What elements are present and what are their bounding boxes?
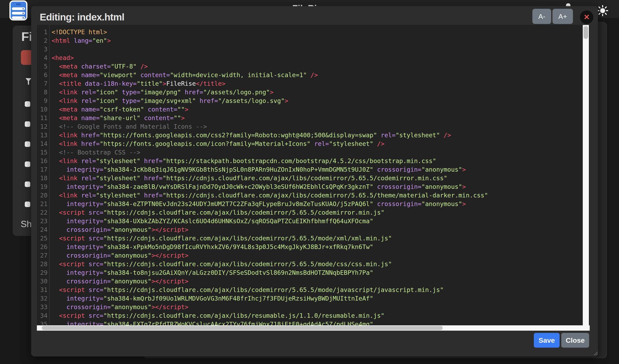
code-line: 4<head> [37, 54, 590, 62]
code-line: 34 <script src="https://cdnjs.cloudflare… [37, 311, 590, 320]
file-list-checkbox[interactable] [25, 202, 30, 207]
code-line: 21 integrity="sha384-eZTPTN0EvJdn23s24UD… [37, 200, 590, 208]
code-line: 30 crossorigin="anonymous"></script> [37, 277, 590, 286]
line-number: 20 [37, 191, 47, 200]
code-editor[interactable]: 1<!DOCTYPE html>2<html lang="en">34<head… [37, 25, 590, 331]
code-line: 25 <script src="https://cdnjs.cloudflare… [37, 234, 590, 243]
line-number: 18 [37, 174, 47, 183]
file-list-checkbox[interactable] [25, 162, 30, 167]
line-number: 21 [37, 200, 47, 208]
line-number: 31 [37, 286, 47, 294]
code-line: 23 integrity="sha384-UXbkZAbZYZ/KCAslc6U… [37, 217, 590, 226]
line-number: 4 [37, 54, 47, 62]
line-number: 9 [37, 96, 47, 105]
file-list-checkbox[interactable] [25, 121, 30, 127]
line-number: 15 [37, 148, 47, 157]
code-line: 3 [37, 45, 590, 54]
logo-bar [12, 12, 25, 14]
code-line: 15 <!-- Bootstrap CSS --> [37, 148, 590, 157]
line-number: 3 [37, 45, 47, 54]
horizontal-scrollbar[interactable] [37, 325, 590, 331]
code-line: 5 <meta charset="UTF-8" /> [37, 62, 590, 71]
code-line: 16 <link rel="stylesheet" href="https://… [37, 157, 590, 165]
line-number: 7 [37, 79, 47, 88]
save-button[interactable]: Save [534, 333, 560, 348]
code-line: 29 integrity="sha384-to8njsu2GAiXQnY/aLG… [37, 269, 590, 277]
line-number: 27 [37, 251, 47, 260]
code-line: 7 <title data-i18n-key="title">FileRise<… [37, 79, 590, 88]
code-lines: 1<!DOCTYPE html>2<html lang="en">34<head… [37, 28, 590, 329]
code-line: 20 <link rel="stylesheet" href="https://… [37, 191, 590, 200]
line-number: 19 [37, 183, 47, 191]
code-line: 24 crossorigin="anonymous"></script> [37, 226, 590, 234]
modal-resize-handle[interactable] [593, 351, 597, 355]
line-number: 8 [37, 88, 47, 96]
code-line: 19 integrity="sha384-zaeBlB/vwYsDRSlFajn… [37, 183, 590, 191]
line-number: 22 [37, 208, 47, 217]
line-number: 13 [37, 131, 47, 140]
file-list-checkbox[interactable] [25, 101, 30, 107]
line-number: 5 [37, 62, 47, 71]
line-number: 34 [37, 311, 47, 320]
line-number: 32 [37, 294, 47, 303]
line-number: 25 [37, 234, 47, 243]
line-number: 11 [37, 114, 47, 122]
code-line: 2<html lang="en"> [37, 36, 590, 45]
code-line: 10 <meta name="csrf-token" content=""> [37, 105, 590, 114]
filerise-logo-icon[interactable] [9, 0, 28, 20]
close-button[interactable]: Close [561, 333, 589, 348]
code-line: 27 crossorigin="anonymous"></script> [37, 251, 590, 260]
vertical-scrollbar[interactable] [583, 25, 589, 331]
code-line: 18 <link rel="stylesheet" href="https://… [37, 174, 590, 183]
line-number: 16 [37, 157, 47, 165]
font-increase-button[interactable]: A+ [552, 9, 573, 24]
line-number: 29 [37, 269, 47, 277]
code-line: 13 <link href="https://fonts.googleapis.… [37, 131, 590, 140]
logo-dash [16, 3, 21, 5]
card-heading: Fi [21, 29, 32, 44]
code-line: 28 <script src="https://cdnjs.cloudflare… [37, 260, 590, 269]
line-number: 28 [37, 260, 47, 269]
file-list-checkbox[interactable] [25, 181, 30, 187]
code-line: 17 integrity="sha384-JcKb8q3iqJ61gNV9KGb… [37, 165, 590, 174]
modal-title: Editing: index.html [40, 12, 124, 23]
modal-close-x-button[interactable]: ✕ [580, 11, 593, 24]
code-line: 33 crossorigin="anonymous"></script> [37, 303, 590, 311]
line-number: 10 [37, 105, 47, 114]
vertical-scrollbar-thumb[interactable] [584, 26, 588, 39]
file-list-checkbox[interactable] [25, 141, 30, 147]
code-line: 22 <script src="https://cdnjs.cloudflare… [37, 208, 590, 217]
line-number: 24 [37, 226, 47, 234]
line-number: 6 [37, 71, 47, 79]
code-line: 1<!DOCTYPE html> [37, 28, 590, 36]
code-line: 31 <script src="https://cdnjs.cloudflare… [37, 286, 590, 294]
line-number: 2 [37, 36, 47, 45]
line-number: 17 [37, 165, 47, 174]
line-number: 14 [37, 140, 47, 148]
logo-bar [12, 16, 25, 19]
theme-toggle-sun-icon[interactable] [597, 5, 608, 16]
line-number: 33 [37, 303, 47, 311]
line-number: 1 [37, 28, 47, 36]
logo-bar [12, 7, 25, 10]
filter-funnel-icon[interactable] [25, 78, 31, 85]
code-line: 11 <meta name="share-url" content=""> [37, 114, 590, 122]
line-number: 26 [37, 243, 47, 251]
line-number: 23 [37, 217, 47, 226]
code-line: 12 <!-- Google Fonts and Material Icons … [37, 122, 590, 131]
code-line: 14 <link href="https://fonts.googleapis.… [37, 140, 590, 148]
code-line: 6 <meta name="viewport" content="width=d… [37, 71, 590, 79]
edit-file-modal: Editing: index.html A- A+ ✕ 1<!DOCTYPE h… [31, 6, 598, 356]
code-line: 8 <link rel="icon" type="image/png" href… [37, 88, 590, 96]
line-number: 30 [37, 277, 47, 286]
font-decrease-button[interactable]: A- [532, 9, 551, 24]
gutter-divider [49, 25, 50, 331]
code-line: 9 <link rel="icon" type="image/svg+xml" … [37, 96, 590, 105]
line-number: 12 [37, 122, 47, 131]
horizontal-scrollbar-thumb[interactable] [42, 326, 443, 330]
code-line: 26 integrity="sha384-xPpkMo5nDgD98fIcuRV… [37, 243, 590, 251]
code-line: 32 integrity="sha384-kmQrbJf09Uo1WRLMDVG… [37, 294, 590, 303]
